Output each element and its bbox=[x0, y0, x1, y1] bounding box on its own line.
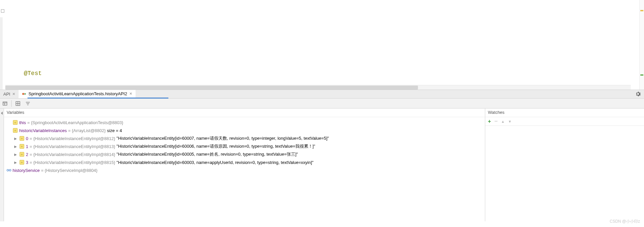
horizontal-scrollbar[interactable] bbox=[5, 85, 631, 90]
var-name: historyService bbox=[13, 168, 40, 173]
expand-chevron-icon[interactable]: ▶ bbox=[13, 145, 18, 148]
var-value: = {HistoryServiceImpl@8804} bbox=[41, 168, 97, 173]
code-editor[interactable]: @Test void historyAPI2() { List<Historic… bbox=[0, 0, 644, 90]
ok-marker bbox=[640, 74, 643, 76]
variables-panel: Variables this = {SpringbootActivitiLear… bbox=[4, 109, 485, 221]
field-icon bbox=[13, 120, 18, 125]
var-index: 0 bbox=[26, 136, 28, 141]
var-type: = {HistoricVariableInstanceEntityImpl@88… bbox=[29, 152, 115, 157]
var-string: "HistoricVariableInstanceEntity[id=60007… bbox=[117, 135, 329, 141]
restore-layout-icon[interactable] bbox=[1, 100, 9, 107]
close-icon[interactable]: ✕ bbox=[12, 92, 15, 96]
variables-tree[interactable]: this = {SpringbootActivitiLearnApplicati… bbox=[4, 117, 485, 176]
add-watch-icon[interactable]: + bbox=[488, 118, 491, 124]
fold-handle[interactable] bbox=[1, 9, 4, 13]
close-icon[interactable]: ✕ bbox=[129, 92, 132, 96]
var-index: 1 bbox=[26, 144, 28, 149]
var-string: "HistoricVariableInstanceEntity[id=60005… bbox=[117, 151, 298, 157]
separator bbox=[11, 100, 12, 107]
var-this[interactable]: this = {SpringbootActivitiLearnApplicati… bbox=[5, 118, 484, 126]
watches-header: Watches bbox=[485, 109, 644, 117]
tab-main[interactable]: SpringbootActivitiLearnApplicationTests.… bbox=[19, 90, 136, 98]
var-name: historicVariableInstances bbox=[19, 128, 67, 133]
tab-api[interactable]: API ✕ bbox=[0, 90, 19, 98]
frames-gutter bbox=[0, 109, 4, 221]
watches-toolbar: + − ▲ ▼ bbox=[485, 117, 644, 126]
var-size: size = 4 bbox=[107, 128, 122, 133]
var-name: this bbox=[19, 120, 26, 125]
tab-label: API bbox=[3, 92, 10, 97]
scrollbar-thumb[interactable] bbox=[5, 86, 418, 90]
code-line: @Test bbox=[5, 69, 644, 78]
annotation: @Test bbox=[24, 69, 42, 78]
var-index: 3 bbox=[26, 160, 28, 165]
var-string: "HistoricVariableInstanceEntity[id=60006… bbox=[117, 143, 315, 149]
tab-label: SpringbootActivitiLearnApplicationTests.… bbox=[29, 91, 127, 96]
list-item[interactable]: ▶ 2 = {HistoricVariableInstanceEntityImp… bbox=[5, 150, 484, 158]
editor-gutter bbox=[0, 17, 3, 90]
var-type: = {HistoricVariableInstanceEntityImpl@88… bbox=[29, 160, 115, 165]
watches-panel: Watches + − ▲ ▼ bbox=[485, 109, 644, 221]
run-icon bbox=[22, 92, 27, 96]
svg-rect-2 bbox=[3, 102, 7, 105]
svg-point-12 bbox=[7, 169, 9, 171]
move-down-icon[interactable]: ▼ bbox=[508, 119, 512, 123]
active-tab-underline bbox=[28, 98, 168, 99]
code-lines: @Test void historyAPI2() { List<Historic… bbox=[0, 52, 644, 90]
list-item[interactable]: ▶ 1 = {HistoricVariableInstanceEntityImp… bbox=[5, 142, 484, 150]
debug-toolbar bbox=[0, 99, 644, 109]
debug-body: Variables this = {SpringbootActivitiLear… bbox=[0, 109, 644, 221]
filter-icon[interactable] bbox=[24, 100, 31, 107]
field-icon bbox=[19, 136, 25, 141]
expand-chevron-icon[interactable]: ▶ bbox=[13, 161, 18, 164]
gear-icon[interactable] bbox=[635, 91, 641, 98]
var-string: "HistoricVariableInstanceEntity[id=60003… bbox=[117, 160, 314, 165]
watch-icon bbox=[7, 169, 11, 172]
field-icon bbox=[19, 160, 25, 165]
var-type: = {HistoricVariableInstanceEntityImpl@88… bbox=[29, 144, 115, 149]
var-value: = {SpringbootActivitiLearnApplicationTes… bbox=[27, 120, 123, 125]
var-history-service[interactable]: historyService = {HistoryServiceImpl@880… bbox=[5, 166, 484, 174]
list-item[interactable]: ▶ 3 = {HistoricVariableInstanceEntityImp… bbox=[5, 158, 484, 166]
expand-chevron-icon[interactable]: ▶ bbox=[13, 137, 18, 140]
field-icon bbox=[13, 128, 18, 133]
svg-marker-11 bbox=[1, 112, 3, 115]
watermark: CSDN @小小印z bbox=[610, 219, 640, 224]
var-index: 2 bbox=[26, 152, 28, 157]
svg-point-0 bbox=[22, 93, 24, 95]
svg-marker-1 bbox=[25, 93, 26, 95]
grid-icon[interactable] bbox=[14, 100, 22, 107]
expand-chevron-icon[interactable]: ▶ bbox=[13, 153, 18, 156]
list-item[interactable]: ▶ 0 = {HistoricVariableInstanceEntityImp… bbox=[5, 134, 484, 142]
warning-marker bbox=[640, 10, 643, 11]
var-value: = {ArrayList@8802} bbox=[68, 128, 106, 133]
var-historic-variable-instances[interactable]: historicVariableInstances = {ArrayList@8… bbox=[5, 126, 484, 134]
field-icon bbox=[19, 152, 25, 157]
debug-tabs: API ✕ SpringbootActivitiLearnApplication… bbox=[0, 90, 644, 99]
debug-panel: API ✕ SpringbootActivitiLearnApplication… bbox=[0, 90, 644, 221]
collapse-icon[interactable] bbox=[1, 111, 3, 116]
variables-header: Variables bbox=[4, 109, 485, 117]
svg-point-13 bbox=[9, 169, 11, 171]
remove-watch-icon[interactable]: − bbox=[494, 118, 498, 125]
field-icon bbox=[19, 144, 25, 149]
move-up-icon[interactable]: ▲ bbox=[501, 119, 505, 123]
marker-bar bbox=[639, 0, 644, 90]
var-type: = {HistoricVariableInstanceEntityImpl@88… bbox=[29, 136, 115, 141]
